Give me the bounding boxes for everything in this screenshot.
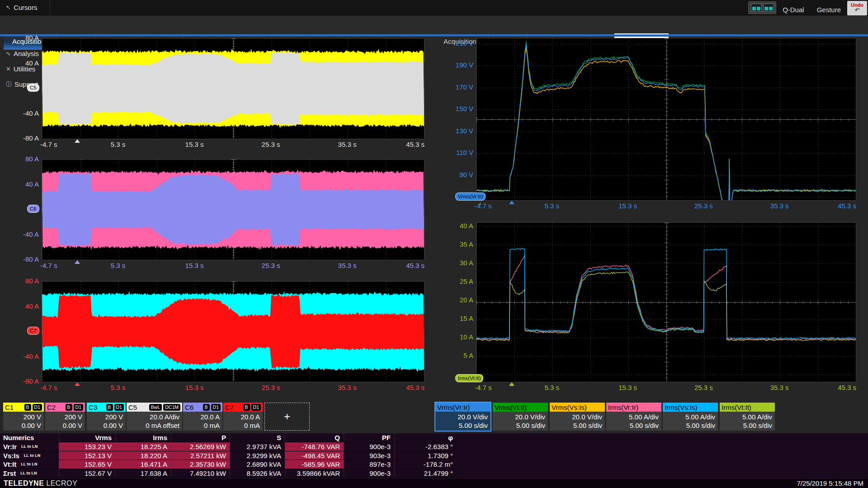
trace-descriptor-irms-vr-ir[interactable]: Irms(Vr:Ir)5.00 A/div5.00 s/div [606, 403, 661, 431]
numerics-cell: 18.225 A [115, 442, 171, 451]
trace-descriptor-vrms-vs-is[interactable]: Vrms(Vs:Is)20.0 V/div5.00 s/div [550, 403, 605, 431]
channel-zero-marker-c6[interactable]: C6 [27, 205, 39, 213]
trace-vertical-scale: 20.0 V/div [493, 413, 545, 421]
y-axis-tick-label: 40 A [14, 302, 39, 310]
trace-descriptor-row: Vrms(Vr:Ir)20.0 V/div5.00 s/divVrms(Vt:I… [0, 403, 868, 431]
y-axis-tick-label: 110 V [448, 149, 473, 157]
trigger-position-marker[interactable] [509, 201, 514, 204]
undo-button[interactable]: Undo ↶ [847, 1, 867, 15]
trigger-position-marker[interactable] [509, 382, 514, 386]
x-axis-tick-label: 15.3 s [185, 262, 204, 269]
x-axis-tick-label: 25.3 s [694, 202, 713, 210]
x-axis-tick-label: 5.3 s [545, 202, 560, 210]
y-axis-tick-label: -40 A [14, 230, 39, 239]
trace-settings: 20.0 V/div5.00 s/div [493, 412, 548, 431]
x-axis-tick-label: -4.7 s [475, 384, 492, 391]
trace-vertical-scale: 5.00 A/div [663, 413, 715, 421]
plot-canvas-acquisition-c2-c6[interactable] [42, 159, 425, 260]
trace-settings: 5.00 A/div5.00 s/div [663, 412, 718, 431]
x-axis-tick-label: 15.3 s [185, 384, 204, 391]
brand-light: LECROY [46, 479, 77, 487]
y-axis-tick-label: 170 V [448, 83, 473, 91]
trigger-position-marker[interactable] [75, 260, 80, 264]
y-axis-tick-label: 40 A [14, 180, 39, 188]
y-axis-tick-label: 25 A [448, 277, 473, 286]
trace-vertical-scale: 20.0 V/div [435, 413, 488, 421]
y-axis-tick-label: 90 V [448, 171, 473, 179]
y-axis-tick-label: -40 A [14, 352, 39, 361]
gesture-label[interactable]: Gesture [811, 2, 847, 14]
y-axis-tick-label: -80 A [14, 255, 39, 263]
x-axis-tick-label: 45.3 s [406, 262, 425, 269]
numerics-cell: -498.45 VAR [285, 451, 344, 460]
x-axis-tick-label: 5.3 s [111, 141, 126, 148]
channel-zero-marker-c7[interactable]: C7 [27, 327, 39, 335]
trace-settings: 5.00 A/div5.00 s/div [720, 412, 775, 431]
brand-logo: TELEDYNE LECROY [4, 479, 77, 488]
trace-descriptor-irms-vs-is[interactable]: Irms(Vs:Is)5.00 A/div5.00 s/div [663, 403, 718, 431]
numerics-column-pf: PF [344, 433, 394, 442]
x-axis-tick-label: 15.3 s [185, 141, 204, 148]
y-axis-tick-label: 130 V [448, 127, 473, 135]
channel-zero-marker-c5[interactable]: C5 [27, 84, 39, 92]
numerics-cell: 8.5926 kVA [230, 469, 285, 478]
x-axis-tick-label: 35.3 s [770, 384, 789, 391]
y-axis-tick-label: 20 A [448, 296, 473, 304]
menu-item-cursors[interactable]: ↖Cursors [0, 0, 50, 15]
trace-label-marker-vrms-vr-ir[interactable]: Vrms(Vr:Ir) [455, 192, 486, 201]
x-axis-tick-label: 45.3 s [406, 384, 425, 391]
numerics-cell: 903e-3 [344, 451, 394, 460]
trace-horizontal-scale: 5.00 s/div [720, 421, 772, 430]
plot-canvas-vrms-zoom[interactable] [476, 38, 856, 201]
numerics-row-label: ΣrstLL to LN [0, 469, 59, 478]
plot-acquisition-c3-c7: 80 A40 A0 A-40 A-80 A-4.7 s5.3 s15.3 s25… [42, 281, 424, 381]
numerics-row-sublabel: LL to LN [21, 444, 38, 449]
q-dual-button[interactable] [748, 1, 776, 14]
trace-horizontal-scale: 5.00 s/div [435, 421, 488, 430]
numerics-table: NumericsVrmsIrmsPSQPFφVr:IrLL to LN153.2… [0, 433, 458, 478]
numerics-row-label: Vt:ItLL to LN [0, 460, 59, 469]
trigger-position-marker[interactable] [75, 139, 80, 143]
trace-name: Vrms(Vt:It) [495, 404, 527, 411]
trace-descriptor-vrms-vr-ir[interactable]: Vrms(Vr:Ir)20.0 V/div5.00 s/div [435, 403, 491, 431]
q-dual-label[interactable]: Q-Dual [776, 2, 811, 14]
numerics-row-label: Vs:IsLL to LN [0, 451, 59, 460]
y-axis-tick-label: 190 V [448, 61, 473, 69]
timestamp: 7/25/2019 5:15:48 PM [797, 479, 863, 487]
numerics-cell: 16.471 A [115, 460, 171, 469]
numerics-row-vs-is: Vs:IsLL to LN152.13 V18.220 A2.57211 kW2… [0, 451, 458, 460]
plot-canvas-irms-zoom[interactable] [476, 222, 856, 382]
status-bar: TELEDYNE LECROY 7/25/2019 5:15:48 PM [0, 478, 868, 488]
trace-descriptor-vrms-vt-it[interactable]: Vrms(Vt:It)20.0 V/div5.00 s/div [493, 403, 548, 431]
x-axis-tick-label: 25.3 s [262, 262, 280, 269]
plot-canvas-acquisition-c3-c7[interactable] [42, 281, 425, 382]
trace-name: Vrms(Vs:Is) [552, 404, 587, 411]
numerics-cell: 2.6890 kVA [230, 460, 285, 469]
trigger-level-marker[interactable] [420, 78, 424, 82]
y-axis-tick-label: 5 A [448, 352, 473, 360]
x-axis-tick-label: -4.7 s [40, 262, 57, 269]
menu-right-cluster: Q-Dual Gesture Undo ↶ [748, 0, 868, 15]
numerics-row-sublabel: LL to LN [20, 471, 37, 475]
numerics-cell: -178.2 m° [394, 460, 457, 469]
plot-canvas-acquisition-c1-c5[interactable] [42, 38, 425, 139]
trace-descriptor-irms-vt-it[interactable]: Irms(Vt:It)5.00 A/div5.00 s/div [720, 403, 775, 431]
x-axis-tick-label: 45.3 s [838, 384, 856, 391]
x-axis-tick-label: 5.3 s [545, 384, 560, 391]
trace-name: Vrms(Vr:Ir) [437, 404, 470, 411]
plot-vrms-zoom: 210 V190 V170 V150 V130 V110 V90 V70 V-4… [476, 38, 855, 200]
trace-name: Irms(Vr:Ir) [608, 404, 638, 411]
numerics-cell: 152.13 V [59, 451, 115, 460]
numerics-cell: 18.220 A [115, 451, 171, 460]
trace-label-marker-irms-vt-it[interactable]: Irms(Vt:It) [455, 374, 483, 382]
numerics-title: Numerics [0, 433, 59, 442]
trigger-position-marker[interactable] [75, 382, 80, 386]
trace-settings: 20.0 V/div5.00 s/div [550, 412, 605, 431]
x-axis-tick-label: -4.7 s [40, 141, 57, 148]
y-axis-tick-label: 150 V [448, 105, 473, 113]
plot-acquisition-c2-c6: 80 A40 A0 A-40 A-80 A-4.7 s5.3 s15.3 s25… [42, 159, 424, 259]
numerics-row-vt-it: Vt:ItLL to LN152.65 V16.471 A2.35730 kW2… [0, 460, 458, 469]
utilities-icon: ✕ [6, 66, 11, 72]
numerics-row-sublabel: LL to LN [21, 462, 37, 466]
numerics-header-row: NumericsVrmsIrmsPSQPFφ [0, 433, 458, 442]
